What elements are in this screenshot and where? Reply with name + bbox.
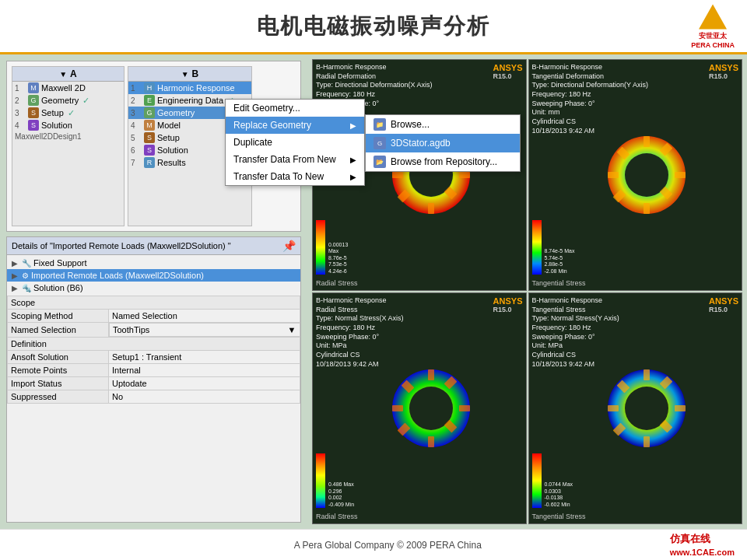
main-content: ▼ A 1 M Maxwell 2D 2 G Geometry ✓: [0, 54, 747, 529]
footer-brand-cn: 仿真在线: [670, 533, 710, 544]
geo-icon-b: G: [144, 107, 155, 118]
row-label: Geometry: [157, 108, 195, 117]
menu-item-label: Transfer Data To New: [233, 171, 324, 182]
workbench-col-a: ▼ A 1 M Maxwell 2D 2 G Geometry ✓: [12, 66, 124, 226]
color-bar-values-4: 0.0744 Max 0.0303 -0.0138 -0.602 Min: [545, 481, 580, 508]
header: 电机电磁振动噪声分析 安世亚太PERA CHINA: [0, 0, 747, 54]
color-bar-3: [316, 453, 327, 508]
logo-triangle: [699, 4, 727, 29]
3dstator-icon: G: [374, 137, 386, 149]
page-title: 电机电磁振动噪声分析: [257, 12, 490, 41]
svg-rect-32: [644, 369, 650, 380]
ansys-badge-3: ANSYSR15.0: [493, 296, 523, 313]
color-bar-values-1: 0.00013 Max 8.76e-5 7.53e-5 4.24e-6: [328, 242, 359, 275]
menu-item-replace-geometry[interactable]: Replace Geometry ▶: [226, 117, 364, 134]
submenu-label: 3DStator.agdb: [391, 138, 451, 149]
table-row[interactable]: 1 H Harmonic Response: [128, 82, 251, 94]
prop-label: Import Status: [8, 377, 109, 390]
tree-item-solution[interactable]: ▶ 🔩 Solution (B6): [7, 282, 300, 294]
row-label: Maxwell 2D: [41, 83, 86, 93]
sim-image-label-4: B-Harmonic ResponseTangential StressType…: [532, 296, 619, 369]
table-row[interactable]: 1 M Maxwell 2D: [12, 82, 124, 94]
maxwell-icon: M: [28, 82, 39, 93]
prop-value: ToothTips ▼: [109, 323, 300, 337]
prop-value: Uptodate: [109, 377, 300, 390]
col-a-label: A: [70, 68, 77, 79]
prop-label: Remote Points: [8, 364, 109, 377]
browse-repo-icon: 📂: [374, 156, 386, 168]
menu-item-duplicate[interactable]: Duplicate: [226, 134, 364, 151]
footer-copyright: A Pera Global Company © 2009 PERA China: [294, 540, 482, 551]
menu-item-edit-geometry[interactable]: Edit Geometry...: [226, 100, 364, 117]
row-label: Geometry: [41, 96, 79, 105]
svg-rect-5: [459, 172, 470, 178]
workbench-area: ▼ A 1 M Maxwell 2D 2 G Geometry ✓: [6, 61, 301, 232]
submenu-label: Browse...: [391, 119, 430, 130]
prop-value: Setup1 : Transient: [109, 351, 300, 364]
check-mark: ✓: [68, 108, 75, 118]
svg-rect-23: [428, 436, 434, 447]
dropdown-arrow[interactable]: ▼: [288, 325, 296, 334]
section-scope: Scope: [8, 296, 300, 310]
details-tree: ▶ 🔧 Fixed Support ▶ ⚙ Imported Remote Lo…: [7, 255, 300, 296]
footer-brand: 仿真在线 www.1CAE.com: [670, 532, 735, 558]
tree-item-imported-loads[interactable]: ▶ ⚙ Imported Remote Loads (Maxwell2DSolu…: [7, 269, 300, 282]
submenu-item-3dstator[interactable]: G 3DStator.agdb: [366, 134, 520, 152]
ansys-badge-2: ANSYSR15.0: [709, 63, 738, 80]
menu-item-transfer-to[interactable]: Transfer Data To New ▶: [226, 168, 364, 185]
results-icon: R: [144, 157, 155, 168]
color-bar-1: [316, 220, 327, 275]
prop-value: Named Selection: [109, 310, 300, 323]
ansys-badge-4: ANSYSR15.0: [709, 296, 738, 313]
color-bar-values-2: 8.74e-5 Max 5.74e-5 2.88e-5 -2.08 Min: [545, 248, 576, 275]
model-icon: M: [144, 120, 155, 131]
menu-item-transfer-from[interactable]: Transfer Data From New ▶: [226, 151, 364, 168]
details-panel: Details of "Imported Remote Loads (Maxwe…: [6, 236, 301, 523]
sim-bottom-label-1: Radial Stress: [316, 279, 358, 287]
footer-brand-url: www.1CAE.com: [670, 548, 735, 557]
details-title: Details of "Imported Remote Loads (Maxwe…: [12, 241, 231, 250]
svg-rect-14: [608, 172, 619, 178]
sim-bottom-label-2: Tangential Stress: [532, 279, 586, 287]
motor-ring-svg-3: [384, 362, 478, 455]
color-bar-4: [532, 453, 543, 508]
harmonic-icon: H: [144, 82, 155, 93]
submenu-label: Browse from Repository...: [391, 156, 497, 167]
menu-item-label: Transfer Data From New: [233, 154, 336, 165]
col-b-header: ▼ B: [128, 67, 251, 82]
tree-item-label: Solution (B6): [33, 283, 83, 292]
ansys-badge-1: ANSYSR15.0: [493, 63, 523, 80]
svg-rect-12: [644, 136, 650, 147]
table-row[interactable]: 3 S Setup ✓: [12, 107, 124, 119]
svg-rect-33: [644, 436, 650, 447]
svg-rect-15: [675, 172, 686, 178]
menu-item-label: Edit Geometry...: [233, 103, 300, 114]
left-panel: ▼ A 1 M Maxwell 2D 2 G Geometry ✓: [0, 54, 307, 529]
tree-item-fixed-support[interactable]: ▶ 🔧 Fixed Support: [7, 257, 300, 269]
submenu-item-browse[interactable]: 📁 Browse...: [366, 115, 520, 134]
svg-rect-4: [392, 172, 403, 178]
row-label: Results: [157, 158, 186, 167]
solution-icon-b: S: [144, 145, 155, 156]
motor-ring-svg-4: [600, 362, 693, 455]
solution-icon: S: [28, 120, 39, 131]
svg-rect-22: [428, 369, 434, 380]
prop-label: Named Selection: [8, 323, 109, 338]
submenu-chevron-2: ▶: [350, 156, 356, 164]
color-bar-2: [532, 220, 543, 275]
table-row[interactable]: 2 G Geometry ✓: [12, 94, 124, 107]
submenu-item-browse-repo[interactable]: 📂 Browse from Repository...: [366, 152, 520, 171]
pin-icon[interactable]: 📌: [282, 240, 296, 252]
svg-rect-34: [608, 405, 619, 411]
sim-image-tangential-deformation: B-Harmonic ResponseTangential Deformatio…: [528, 59, 743, 291]
sim-image-label-2: B-Harmonic ResponseTangential Deformatio…: [532, 63, 648, 136]
svg-rect-24: [392, 405, 403, 411]
prop-label: Scoping Method: [8, 310, 109, 323]
svg-rect-25: [459, 405, 470, 411]
browse-icon: 📁: [374, 118, 386, 131]
logo: 安世亚太PERA CHINA: [691, 4, 735, 48]
check-mark: ✓: [82, 96, 89, 106]
footer: A Pera Global Company © 2009 PERA China …: [0, 529, 747, 560]
table-row[interactable]: 4 S Solution: [12, 119, 124, 131]
row-label: Setup: [157, 133, 180, 142]
